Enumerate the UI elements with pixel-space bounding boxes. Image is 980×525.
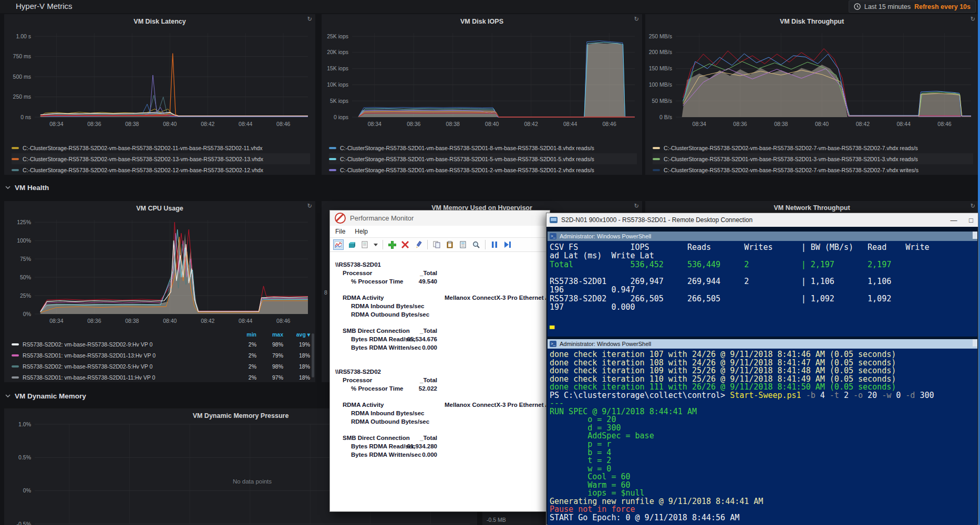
legend-color-dash	[12, 365, 19, 368]
min-value: 2%	[233, 363, 256, 370]
legend-item[interactable]: C:-ClusterStorage-RS5738-S2D02-vm-base-R…	[12, 153, 310, 164]
menu-file[interactable]: File	[335, 228, 345, 235]
legend-item[interactable]: C:-ClusterStorage-RS5738-S2D02-vm-base-R…	[12, 164, 310, 175]
panel-refresh-icon[interactable]: ↻	[971, 203, 975, 209]
powershell-icon: >_	[550, 233, 556, 239]
legend-item[interactable]: C:-ClusterStorage-RS5738-S2D01-vm-base-R…	[329, 142, 637, 153]
menu-help[interactable]: Help	[355, 228, 368, 235]
svg-text:10K iops: 10K iops	[327, 81, 348, 88]
report-view-button[interactable]	[359, 239, 370, 250]
perfmon-row: RDMA ActivityMellanox ConnectX-3 Pro Eth…	[335, 402, 550, 410]
view-dropdown-caret[interactable]	[373, 239, 379, 250]
svg-text:08:36: 08:36	[87, 318, 101, 324]
section-header-vm-dynamic-memory[interactable]: VM Dynamic Memory	[5, 389, 86, 403]
paste-counter-list-button[interactable]	[445, 239, 455, 250]
add-counter-button[interactable]	[387, 239, 397, 250]
scrollbar[interactable]	[973, 339, 977, 346]
powershell2-console[interactable]: done check iteration 107 with 24/26 @ 9/…	[548, 349, 977, 525]
svg-text:25%: 25%	[20, 292, 31, 299]
line-chart-view-button[interactable]	[333, 239, 344, 250]
perfmon-row: \\RS5738-S2D01	[335, 261, 550, 270]
properties-button[interactable]	[458, 239, 468, 250]
console-line: b = 4	[550, 449, 977, 457]
panel-refresh-icon[interactable]: ↻	[634, 203, 639, 209]
console-line: ad Lat (ms) Write Lat	[550, 251, 977, 260]
histogram-view-button[interactable]	[346, 239, 357, 250]
legend-scrollbar[interactable]	[312, 333, 314, 377]
perfmon-title-bar[interactable]: Performance Monitor	[330, 211, 550, 226]
delete-counter-button[interactable]	[400, 239, 410, 250]
avg-value: 18%	[287, 363, 310, 370]
maximize-button[interactable]: □	[964, 214, 978, 226]
panel-title[interactable]: VM Network Throughput	[645, 204, 978, 212]
powershell1-title-bar[interactable]: >_ Administrator: Windows PowerShell	[548, 232, 977, 241]
sort-column-min[interactable]: min	[233, 331, 256, 338]
svg-text:08:34: 08:34	[49, 121, 63, 127]
perfmon-row: RDMA Inbound Bytes/sec	[335, 303, 550, 311]
dashboard-title[interactable]: Hyper-V Metrics	[16, 2, 73, 10]
powershell1-title: Administrator: Windows PowerShell	[560, 233, 651, 239]
zoom-button[interactable]	[471, 239, 481, 250]
svg-text:50%: 50%	[20, 274, 31, 280]
legend-color-dash	[12, 343, 19, 345]
legend-item[interactable]: C:-ClusterStorage-RS5738-S2D01-vm-base-R…	[329, 164, 637, 175]
rdp-title-bar[interactable]: S2D-N01 900x1000 - RS5738-S2D01 - Remote…	[546, 213, 978, 227]
svg-text:5K iops: 5K iops	[330, 98, 348, 104]
min-value: 2%	[233, 374, 256, 381]
legend-color-dash	[12, 376, 19, 379]
legend-item[interactable]: RS5738-S2D01: vm-base-RS5738-S2D01-13:Hv…	[12, 350, 310, 361]
section-title: VM Health	[15, 184, 49, 192]
legend-item[interactable]: C:-ClusterStorage-RS5738-S2D02-vm-base-R…	[653, 164, 973, 175]
legend-item[interactable]: C:-ClusterStorage-RS5738-S2D01-vm-base-R…	[329, 153, 637, 164]
legend-item[interactable]: RS5738-S2D01: vm-base-RS5738-S2D01-11:Hv…	[12, 372, 310, 382]
sort-column-avg[interactable]: avg ▾	[287, 331, 310, 338]
powershell-window-1: >_ Administrator: Windows PowerShell CSV…	[548, 232, 977, 337]
svg-text:08:46: 08:46	[602, 121, 616, 127]
powershell2-title-bar[interactable]: >_ Administrator: Windows PowerShell	[548, 339, 977, 349]
avg-value: 19%	[287, 341, 310, 348]
update-data-button[interactable]	[502, 239, 513, 250]
section-header-vm-health[interactable]: VM Health	[5, 181, 49, 194]
toolbar-separator	[427, 240, 428, 249]
svg-text:1.0%: 1.0%	[18, 421, 31, 427]
disk-iops-legend: C:-ClusterStorage-RS5738-S2D01-vm-base-R…	[329, 142, 637, 175]
panel-vm-disk-latency: VM Disk Latency ↻ 08:3408:3608:3808:4008…	[4, 14, 315, 175]
chevron-down-icon	[5, 394, 11, 397]
sort-column-max[interactable]: max	[260, 331, 283, 338]
legend-item[interactable]: C:-ClusterStorage-RS5738-S2D02-vm-base-R…	[653, 142, 973, 153]
legend-item[interactable]: RS5738-S2D02: vm-base-RS5738-S2D02-5:Hv …	[12, 361, 310, 372]
powershell1-console[interactable]: CSV FS IOPS Reads Writes | BW (MB/s) Rea…	[548, 241, 977, 337]
toolbar-separator	[485, 240, 486, 249]
console-line: PS C:\clusterstorage\collect\control> St…	[550, 392, 977, 400]
legend-item[interactable]: RS5738-S2D02: vm-base-RS5738-S2D02-9:Hv …	[12, 339, 310, 350]
minimize-button[interactable]: —	[947, 214, 961, 226]
copy-properties-button[interactable]	[431, 239, 442, 250]
freeze-display-button[interactable]	[489, 239, 500, 250]
legend-item[interactable]: C:-ClusterStorage-RS5738-S2D02-vm-base-R…	[12, 142, 310, 153]
console-line: Total 536,452 536,449 2 | 2,197 2,197	[550, 260, 977, 269]
svg-text:08:42: 08:42	[201, 318, 214, 324]
perfmon-row: SMB Direct Connection_Total	[335, 435, 550, 443]
refresh-interval-label[interactable]: Refresh every 10s	[914, 3, 971, 10]
perfmon-row: RDMA Outbound Bytes/sec	[335, 418, 550, 427]
avg-value: 18%	[287, 352, 310, 359]
legend-label: RS5738-S2D02: vm-base-RS5738-S2D02-5:Hv …	[23, 363, 230, 370]
time-range-picker[interactable]: Last 15 minutes Refresh every 10s	[849, 1, 976, 13]
svg-text:08:44: 08:44	[563, 121, 577, 127]
svg-text:08:38: 08:38	[125, 121, 139, 127]
svg-text:08:34: 08:34	[49, 318, 63, 324]
powershell2-title: Administrator: Windows PowerShell	[560, 341, 651, 347]
legend-color-dash	[329, 158, 336, 160]
clock-icon	[854, 3, 861, 10]
perfmon-row: Processor_Total	[335, 377, 550, 385]
legend-item[interactable]: C:-ClusterStorage-RS5738-S2D01-vm-base-R…	[653, 153, 973, 164]
min-value: 2%	[233, 341, 256, 348]
svg-text:15K iops: 15K iops	[327, 65, 348, 71]
svg-text:75%: 75%	[20, 256, 31, 262]
scrollbar[interactable]	[973, 232, 977, 239]
console-line: p = r	[550, 440, 977, 449]
highlight-pencil-button[interactable]	[413, 239, 424, 250]
svg-text:08:42: 08:42	[524, 121, 538, 127]
panel-vm-cpu-usage: VM CPU Usage ↻ 08:3408:3608:3808:4008:42…	[4, 201, 315, 382]
legend-color-dash	[12, 354, 19, 356]
